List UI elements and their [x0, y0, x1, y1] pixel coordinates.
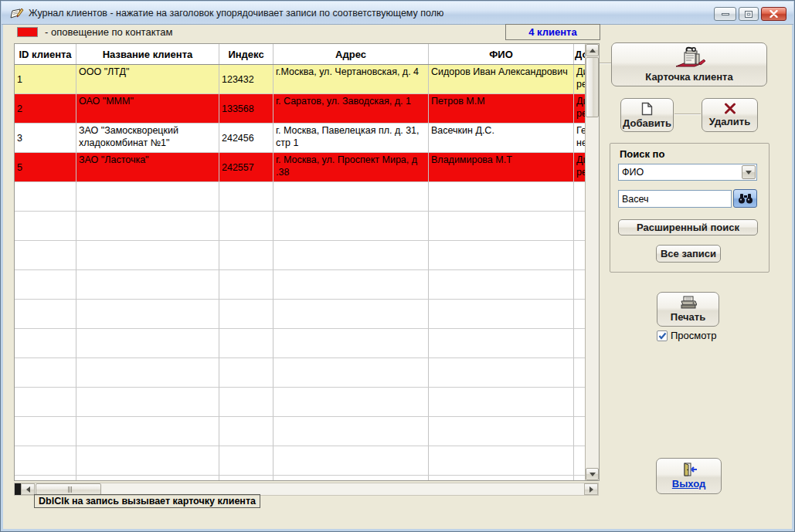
find-button[interactable]	[733, 189, 757, 208]
table-row[interactable]	[15, 270, 585, 300]
print-button[interactable]: Печать	[657, 292, 719, 327]
cell-index: 133568	[219, 94, 273, 124]
preview-checkbox[interactable]	[657, 330, 668, 341]
delete-button[interactable]: Удалить	[702, 98, 758, 132]
cell-index	[219, 212, 273, 241]
column-header-index[interactable]: Индекс	[219, 44, 273, 64]
combobox-dropdown-button[interactable]	[742, 165, 756, 179]
cell-name: ЗАО "Замоскворецкий хладокомбинат №1"	[76, 124, 219, 153]
table-row[interactable]	[15, 358, 585, 388]
table-row[interactable]	[15, 329, 585, 358]
exit-door-icon	[681, 463, 698, 476]
table-row[interactable]	[15, 182, 585, 212]
cell-name: ООО "ЛТД"	[76, 65, 219, 94]
titlebar[interactable]: Журнал клиентов - нажатие на заголовок у…	[2, 2, 793, 25]
table-row[interactable]	[15, 300, 585, 329]
add-button[interactable]: Добавить	[620, 98, 674, 132]
cell-id	[15, 358, 76, 388]
all-records-button[interactable]: Все записи	[656, 245, 721, 263]
cell-address	[273, 241, 429, 270]
binoculars-icon	[738, 193, 753, 204]
column-header-id[interactable]: ID клиента	[15, 44, 76, 64]
scroll-down-button[interactable]	[586, 468, 599, 480]
cell-fio: Васечкин Д.С.	[429, 124, 574, 153]
table-row[interactable]	[15, 241, 585, 270]
cell-name	[76, 446, 219, 476]
table-row[interactable]: 3ЗАО "Замоскворецкий хладокомбинат №1"24…	[15, 124, 585, 153]
cell-name	[76, 476, 219, 480]
legend-label: - оповещение по контактам	[45, 26, 172, 38]
exit-button-label: Выход	[672, 478, 705, 490]
vertical-scrollbar[interactable]	[585, 44, 599, 480]
cell-index	[219, 300, 273, 329]
cell-role	[574, 212, 585, 241]
table-row[interactable]	[15, 446, 585, 476]
cell-id	[15, 212, 76, 241]
arrow-right-icon	[589, 486, 593, 493]
scroll-up-button[interactable]	[586, 44, 599, 56]
all-records-label: Все записи	[661, 248, 716, 259]
exit-button[interactable]: Выход	[656, 458, 722, 494]
cell-name: ЗАО "Ласточка"	[76, 153, 219, 182]
bevel-line-middle	[674, 114, 701, 115]
cell-name	[76, 212, 219, 241]
cell-fio: Петров М.М	[429, 94, 574, 124]
cell-address	[273, 358, 429, 388]
cell-index	[219, 270, 273, 300]
minimize-icon	[722, 13, 729, 15]
bevel-line-left	[600, 63, 611, 64]
grid-header: ID клиентаНазвание клиентаИндексАдресФИО…	[15, 44, 585, 65]
status-hint-text: DblClk на запись вызывает карточку клиен…	[39, 496, 256, 507]
cell-index: 123432	[219, 65, 273, 94]
arrow-left-icon	[26, 486, 30, 493]
search-field-value: ФИО	[619, 167, 742, 178]
writing-hand-icon	[8, 5, 24, 21]
column-header-address[interactable]: Адрес	[273, 44, 429, 64]
horizontal-scroll-thumb[interactable]	[36, 483, 101, 495]
scroll-left-button[interactable]	[21, 483, 35, 495]
table-row[interactable]: 2ОАО "МММ"133568г. Саратов, ул. Заводска…	[15, 94, 585, 124]
cell-fio	[429, 212, 574, 241]
minimize-button[interactable]	[714, 7, 736, 21]
cell-index: 242557	[219, 153, 273, 182]
column-header-fio[interactable]: ФИО	[429, 44, 574, 64]
cell-fio: Сидоров Иван Александрович	[429, 65, 574, 94]
maximize-button[interactable]	[739, 7, 759, 21]
table-row[interactable]: 5ЗАО "Ласточка"242557г. Москва, ул. Прос…	[15, 153, 585, 182]
cell-index	[219, 476, 273, 480]
cell-name	[76, 329, 219, 358]
client-count-text: 4 клиента	[528, 26, 576, 38]
table-row[interactable]	[15, 417, 585, 446]
cell-id	[15, 476, 76, 480]
cell-fio	[429, 270, 574, 300]
cell-index	[219, 329, 273, 358]
client-card-label: Карточка клиента	[645, 71, 732, 83]
cell-id	[15, 446, 76, 476]
column-header-name[interactable]: Название клиента	[76, 44, 219, 64]
search-field-combobox[interactable]: ФИО	[618, 164, 757, 181]
cell-id	[15, 329, 76, 358]
column-header-role[interactable]: Должность	[574, 44, 585, 64]
arrow-up-icon	[589, 49, 596, 53]
search-input[interactable]	[618, 190, 732, 208]
cell-fio	[429, 182, 574, 212]
cell-id	[15, 417, 76, 446]
cell-index: 242456	[219, 124, 273, 153]
client-card-button[interactable]: Карточка клиента	[611, 42, 767, 86]
delete-x-icon	[724, 103, 736, 114]
advanced-search-button[interactable]: Расширенный поиск	[618, 219, 758, 236]
print-button-label: Печать	[671, 311, 705, 323]
table-row[interactable]	[15, 388, 585, 417]
table-row[interactable]: 1ООО "ЛТД"123432г.Москва, ул. Чертановск…	[15, 65, 585, 94]
cell-role	[574, 476, 585, 480]
cell-address	[273, 270, 429, 300]
cell-index	[219, 446, 273, 476]
table-row[interactable]	[15, 212, 585, 241]
cell-id: 3	[15, 124, 76, 153]
vertical-scroll-thumb[interactable]	[586, 57, 599, 117]
cell-index	[219, 241, 273, 270]
cell-index	[219, 417, 273, 446]
scroll-right-button[interactable]	[584, 483, 598, 495]
close-button[interactable]	[761, 7, 787, 21]
table-row[interactable]	[15, 476, 585, 480]
